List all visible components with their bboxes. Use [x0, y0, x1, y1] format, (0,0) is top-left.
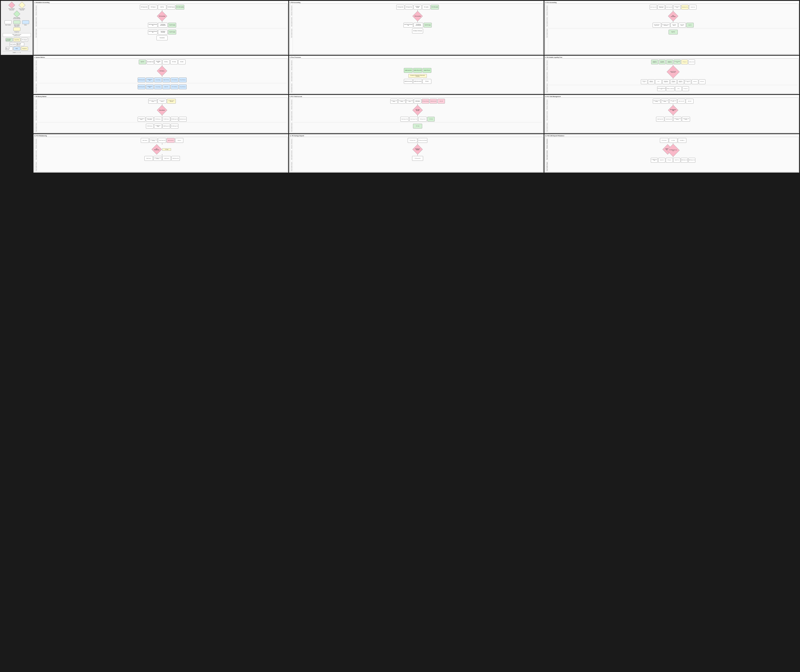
s13-top: FEI User Asset Low Target FEI CAM Pool	[549, 138, 797, 143]
s4-vlabel1: Behaviors / Mechanisms	[35, 59, 37, 70]
s5-vlabel1: Behaviors / Mechanisms	[291, 59, 292, 70]
section-7: 7. FEI Money Market Behaviors / Mechanis…	[34, 95, 288, 133]
s11-vlabel3: State Variable Outputs	[291, 160, 292, 171]
s4-diamond: PCV Metrics	[38, 67, 286, 75]
s10-vlabel1: Behaviors / Mechanisms	[35, 138, 37, 149]
section-2-title: 2. FEI Accounting	[290, 2, 543, 3]
s13-diamond: FEI CAM Rebalancing Pool	[549, 146, 797, 155]
section-11-title: 11. FEI Savings Deposit	[290, 135, 543, 137]
s9-vlabel2: State Update Functions	[546, 110, 547, 121]
s7-top: FEI PCV Money Market Deposit FEI User De…	[38, 99, 286, 104]
section-6: 6. FEI-Volatile Liquidity Pool Behaviors…	[544, 56, 799, 94]
section-5-inner: Behaviors / Mechanisms State Update Func…	[290, 58, 543, 93]
s3-bottom2: Total PCV	[549, 30, 797, 34]
s9-vlabel3: State Variable Outputs	[546, 121, 547, 132]
s13-vlabel1: Behaviors / Mechanisms	[546, 138, 547, 149]
s3-top: Stable Deposit Idle Stable Deposit Rebal…	[549, 5, 797, 10]
s11-vlabel1: Behaviors / Mechanisms	[291, 138, 292, 149]
s8-bottom: Stable Deposit Yield Volatile Deposit Yi…	[293, 117, 542, 122]
section-7-inner: Behaviors / Mechanisms State Update Func…	[34, 98, 288, 133]
section-3: 3. PCV Accounting Behaviors / Mechanisms…	[544, 1, 799, 55]
section-8-title: 8. PCV Yield Accrual	[290, 96, 543, 98]
legend-metric: Metric	[22, 20, 29, 27]
s3-bottom1: Total Stable Asset Amount PCV Total Stab…	[549, 23, 797, 27]
s10-top: Stable Deposit Stable Deposit Yield Bear…	[38, 138, 286, 143]
s1-node-fei-bam: FEI BAM Deposit	[167, 5, 175, 10]
s10-bottom: Stable Deposit Volatile Deposit Yield Be…	[38, 156, 286, 161]
legend-pcv-deposit: PCV Deposit	[21, 38, 28, 42]
s11-top: FEI Savings Yield FEI Deposit User Depos…	[293, 138, 542, 143]
s5-inputs: volatile asset price volatile drift pric…	[293, 68, 542, 73]
s1-vlabel1: Behaviors / Mechanisms	[35, 5, 37, 15]
s10-diamond: PCV Rebalancing	[153, 146, 160, 153]
s7-bottom2: FEI MM Utilization FEI BAM Market Supply…	[38, 124, 286, 128]
section-11-inner: Behaviors / Mechanisms State Update Func…	[290, 137, 543, 172]
s2-top: FEI Deposit Idle FEI Deposit Pool FEI De…	[293, 5, 542, 10]
legend-item-env: Policy Update (Environmental)	[12, 11, 21, 19]
section-9-title: 9. PCV Yield Management	[545, 96, 798, 98]
s10-at-target: At Target	[162, 148, 171, 151]
legend-fei-cam: 1. Simulation Accounting	[6, 38, 13, 42]
s6-vlabel2: State Update Functions	[546, 70, 547, 82]
s5-vlabel3: State Variable Outputs	[291, 82, 292, 93]
section-11: 11. FEI Savings Deposit Behaviors / Mech…	[289, 134, 544, 173]
s2-vlabel2: State Update Functions	[291, 16, 292, 27]
s1-node-fei-cam: FEI CAM Liquidity	[176, 5, 184, 10]
s7-vlabel1: Behaviors / Mechanisms	[35, 98, 37, 109]
legend-metric2: Metric	[13, 47, 20, 50]
section-1-title: 1. Simulation Accounting	[34, 2, 288, 3]
s6-diamond: Amount Funded Rebalancing	[549, 67, 797, 77]
section-6-inner: Behaviors / Mechanisms State Update Func…	[545, 58, 798, 93]
legend-item-internal: Policy Update (Internal)	[18, 3, 27, 10]
s13-bottom: FEI CAM Quantity Trade Quantity Pool LP …	[549, 158, 797, 163]
s8-vlabel3: State Variable Outputs	[291, 121, 292, 132]
s6-bottom2: FEI Amount Rebalancing Fees FEI Amount r…	[549, 86, 797, 91]
section-2-inner: Behaviors / Mechanisms State Update Func…	[290, 3, 543, 54]
legend-box: Policy Update (External) Policy Update (…	[1, 1, 33, 55]
s1-vlabel2: State Update Functions	[35, 16, 37, 27]
s9-top: Volatile Deposit Yield Bearing Stable De…	[549, 99, 797, 104]
s10-vlabel2: State Update Functions	[35, 149, 37, 160]
legend-caption: State Update ProcessLabeling Rule B	[3, 33, 31, 37]
section-13-inner: Behaviors / Mechanisms State Update Func…	[545, 137, 798, 172]
s8-bottom2: PCV Yield	[293, 124, 542, 128]
section-10-inner: Behaviors / Mechanisms State Update Func…	[34, 137, 288, 172]
section-10: 10. PCV Rebalancing Behaviors / Mechanis…	[34, 134, 288, 173]
s3-vlabel2: State Update Functions	[546, 16, 547, 27]
section-8: 8. PCV Yield Accrual Behaviors / Mechani…	[289, 95, 544, 133]
s3-diamond: PCV Accounting	[549, 13, 797, 20]
s3-vlabel3: State Variable Outputs	[546, 27, 547, 38]
s11-bottom: FEI Savings Yield	[293, 156, 542, 161]
section-8-inner: Behaviors / Mechanisms State Update Func…	[290, 98, 543, 133]
section-3-inner: Behaviors / Mechanisms State Update Func…	[545, 3, 798, 54]
s2-vlabel3: State Variable Outputs	[291, 27, 292, 38]
s7-bottom1: FEI Deposit Money Market FEI User Deposi…	[38, 117, 286, 122]
s8-diamond: PCV Yield Accrual	[293, 107, 542, 114]
s2-vlabel1: Behaviors / Mechanisms	[291, 5, 292, 15]
s6-vlabel1: Behaviors / Mechanisms	[546, 59, 547, 70]
s13-vlabel3: State Variable Outputs	[546, 160, 547, 171]
section-4: 4. System Metrics Behaviors / Mechanisms…	[34, 56, 288, 94]
s9-diamond: PCV Rebalance Yield	[549, 107, 797, 114]
legend-state-agg: State Variable (Aggregated)	[12, 20, 21, 27]
s3-vlabel1: Behaviors / Mechanisms	[546, 5, 547, 15]
s9-vlabel1: Behaviors / Mechanisms	[546, 98, 547, 109]
s1-node-idle-pool: Idle Pool	[158, 5, 166, 10]
section-4-title: 4. System Metrics	[34, 56, 288, 58]
section-4-inner: Behaviors / Mechanisms State Update Func…	[34, 58, 288, 93]
s1-vlabel3: State Variable Outputs	[35, 27, 37, 38]
s4-vlabel2: State Update Functions	[35, 70, 37, 82]
section-9: 9. PCV Yield Management Behaviors / Mech…	[544, 95, 799, 133]
section-10-title: 10. PCV Rebalancing	[34, 135, 288, 137]
legend-exogenous2: Exogenous	[21, 47, 28, 50]
s8-vlabel2: State Update Functions	[291, 110, 292, 121]
s4-vlabel3: State Variable Outputs	[35, 82, 37, 93]
s1-top-nodes: FEI Deposit Idle FEI Deposit Idle Pool F…	[38, 5, 286, 10]
section-5-title: 5. Price Processes	[290, 56, 543, 58]
s7-vlabel3: State Variable Outputs	[35, 121, 37, 132]
s5-outputs: volatile price process volatile price pr…	[293, 79, 542, 84]
legend-exog: Exogenous	[13, 27, 20, 32]
s7-diamond: Money Market	[38, 107, 286, 114]
section-9-inner: Behaviors / Mechanisms State Update Func…	[545, 98, 798, 133]
s1-bottom1: Total Protocol Demand FEI Total Minting …	[38, 23, 286, 27]
